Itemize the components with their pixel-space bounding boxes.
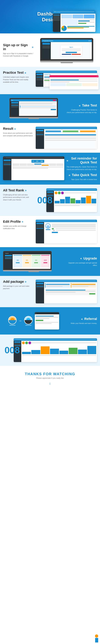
reminder-heading: « Set reminder for Quick Test: [66, 156, 97, 164]
referral-text: « Referral Refer your friends and earn m…: [66, 317, 97, 325]
referral-person2: [24, 316, 32, 326]
rank-heading: All Test Rank »: [3, 188, 34, 192]
practice-arrow: »: [24, 71, 26, 74]
result-arrow: »: [14, 127, 16, 130]
result-desc: Know about your performance and rank and…: [3, 132, 34, 137]
reminder-text: « Set reminder for Quick Test The challe…: [66, 156, 97, 181]
upgrade-heading: « Upgrade: [66, 256, 97, 260]
thanks-title: THANKS FOR WATCHING: [3, 372, 97, 376]
take-test-text: « Take Test Challenging Practice Test Se…: [66, 104, 97, 114]
final-rank-mockup: 008: [3, 338, 97, 362]
package-heading: Add package »: [3, 280, 34, 284]
profile-section: Edit Profile » Update your profile and c…: [0, 216, 100, 247]
referral-heading: « Referral: [66, 317, 97, 321]
referral-person1: [8, 316, 16, 326]
take-test-desc: Challenging Practice Test Series to chec…: [66, 108, 97, 114]
take-test-arrow: «: [79, 104, 80, 107]
practice-desc: Unlimited subject and chapter wise Pract…: [3, 76, 34, 84]
referral-mockup: ↔: [3, 312, 64, 330]
mock-header: [53, 10, 96, 14]
upgrade-mockup: Upgrade $60: [3, 251, 64, 272]
rank-text: All Test Rank » Challenging all test ran…: [3, 188, 34, 201]
result-section: Result » Know about your performance and…: [0, 123, 100, 153]
referral-section: ↔ « Referral: [0, 307, 100, 334]
signup-text: Sign up or Sign in » Sign up or Sign in …: [3, 43, 34, 57]
take-test-mockup: Test: [3, 98, 64, 119]
signup-arrow: »: [32, 45, 34, 49]
quick-test-desc: Take Quick Test with in limited time: [66, 178, 97, 181]
signup-mockup: Preparation Exams: [36, 38, 97, 62]
thanks-section: THANKS FOR WATCHING Please appreciate if…: [0, 366, 100, 391]
practice-mockup: Practice Test: [36, 71, 97, 88]
practice-section: Practice Test » Unlimited subject and ch…: [0, 67, 100, 94]
profile-desc: Update your profile and change notificat…: [3, 225, 34, 230]
upgrade-desc: Upgrade your package and get special off…: [66, 262, 97, 266]
quick-test-heading: « Take Quick Test: [66, 173, 97, 177]
thanks-subtitle: Please appreciate if you really like: [3, 377, 97, 379]
package-arrow: »: [25, 280, 26, 283]
package-section: Add package » Add package in your cart a…: [0, 276, 100, 307]
upgrade-text: « Upgrade Upgrade your package and get s…: [66, 256, 97, 266]
package-mockup: [36, 280, 97, 304]
hero-dashboard-mockup: [53, 10, 96, 32]
referral-arrow-icon: ↔: [19, 319, 22, 322]
reminder-mockup: 1 : 24 : 06: [3, 156, 64, 180]
practice-heading: Practice Test »: [3, 71, 34, 74]
take-test-heading: « Take Test: [66, 104, 97, 108]
profile-text: Edit Profile » Update your profile and c…: [3, 220, 34, 230]
profile-arrow: »: [22, 220, 23, 223]
package-desc: Add package in your cart and make paymen…: [3, 285, 34, 290]
final-rank-section: 008: [0, 334, 100, 366]
rank-mockup: 008: [36, 188, 97, 212]
practice-text: Practice Test » Unlimited subject and ch…: [3, 71, 34, 84]
result-mockup: [36, 127, 97, 149]
reminder-desc1: The challenging ALL Quick Test Series to…: [66, 166, 97, 170]
thanks-arrow-icon: ↓: [3, 381, 97, 385]
upgrade-section: Upgrade $60: [0, 247, 100, 276]
rank-desc: Challenging all test rank and also perfo…: [3, 194, 34, 201]
package-text: Add package » Add package in your cart a…: [3, 280, 34, 290]
profile-mockup: [36, 220, 97, 244]
referral-desc: Refer your friends and earn money.: [66, 322, 97, 325]
hero-section: Dashboard Design: [0, 0, 100, 34]
signup-desc: Sign up or Sign in is preparation exams …: [3, 52, 34, 57]
result-text: Result » Know about your performance and…: [3, 127, 34, 137]
reminder-section: 1 : 24 : 06: [0, 153, 100, 184]
signup-heading: Sign up or Sign in »: [3, 43, 34, 51]
signup-section: Sign up or Sign in » Sign up or Sign in …: [0, 34, 100, 67]
donut-chart-mock: [62, 26, 67, 31]
take-test-section: Test: [0, 94, 100, 123]
profile-heading: Edit Profile »: [3, 220, 34, 224]
result-heading: Result »: [3, 127, 34, 131]
profile-avatar: [45, 223, 50, 229]
rank-arrow: »: [25, 188, 26, 192]
rank-section: All Test Rank » Challenging all test ran…: [0, 184, 100, 216]
